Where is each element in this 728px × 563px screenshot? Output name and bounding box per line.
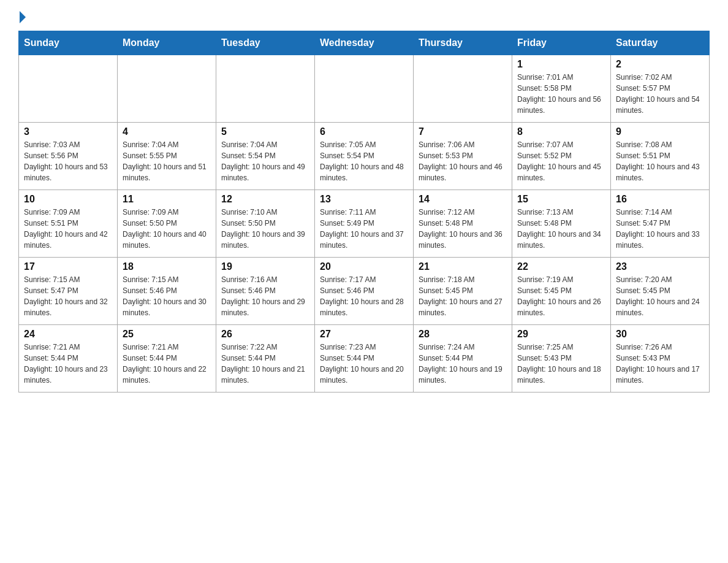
day-info: Sunrise: 7:21 AM Sunset: 5:44 PM Dayligh… xyxy=(123,342,211,386)
day-info: Sunrise: 7:20 AM Sunset: 5:45 PM Dayligh… xyxy=(616,274,704,318)
calendar-cell: 17Sunrise: 7:15 AM Sunset: 5:47 PM Dayli… xyxy=(19,258,118,325)
day-info: Sunrise: 7:01 AM Sunset: 5:58 PM Dayligh… xyxy=(517,72,605,116)
calendar-cell: 3Sunrise: 7:03 AM Sunset: 5:56 PM Daylig… xyxy=(19,123,118,190)
calendar-cell: 1Sunrise: 7:01 AM Sunset: 5:58 PM Daylig… xyxy=(512,55,611,123)
day-info: Sunrise: 7:25 AM Sunset: 5:43 PM Dayligh… xyxy=(517,342,605,386)
calendar-cell xyxy=(118,55,216,123)
day-info: Sunrise: 7:19 AM Sunset: 5:45 PM Dayligh… xyxy=(517,274,605,318)
calendar-table: SundayMondayTuesdayWednesdayThursdayFrid… xyxy=(18,31,710,393)
page-header xyxy=(18,12,710,21)
day-number: 24 xyxy=(24,329,112,340)
day-info: Sunrise: 7:05 AM Sunset: 5:54 PM Dayligh… xyxy=(320,139,408,183)
day-number: 26 xyxy=(221,329,309,340)
day-info: Sunrise: 7:21 AM Sunset: 5:44 PM Dayligh… xyxy=(24,342,112,386)
day-number: 27 xyxy=(320,329,408,340)
calendar-cell: 11Sunrise: 7:09 AM Sunset: 5:50 PM Dayli… xyxy=(118,190,216,258)
calendar-cell: 26Sunrise: 7:22 AM Sunset: 5:44 PM Dayli… xyxy=(216,325,315,393)
day-number: 7 xyxy=(419,126,507,137)
day-number: 29 xyxy=(517,329,605,340)
day-info: Sunrise: 7:02 AM Sunset: 5:57 PM Dayligh… xyxy=(616,72,704,116)
calendar-cell: 4Sunrise: 7:04 AM Sunset: 5:55 PM Daylig… xyxy=(118,123,216,190)
day-number: 16 xyxy=(616,194,704,205)
week-row-5: 24Sunrise: 7:21 AM Sunset: 5:44 PM Dayli… xyxy=(19,325,710,393)
calendar-cell: 13Sunrise: 7:11 AM Sunset: 5:49 PM Dayli… xyxy=(315,190,414,258)
day-number: 20 xyxy=(320,261,408,272)
day-number: 4 xyxy=(123,126,211,137)
day-info: Sunrise: 7:22 AM Sunset: 5:44 PM Dayligh… xyxy=(221,342,309,386)
calendar-cell: 12Sunrise: 7:10 AM Sunset: 5:50 PM Dayli… xyxy=(216,190,315,258)
calendar-cell: 6Sunrise: 7:05 AM Sunset: 5:54 PM Daylig… xyxy=(315,123,414,190)
calendar-cell: 24Sunrise: 7:21 AM Sunset: 5:44 PM Dayli… xyxy=(19,325,118,393)
weekday-header-thursday: Thursday xyxy=(414,31,512,55)
day-info: Sunrise: 7:09 AM Sunset: 5:50 PM Dayligh… xyxy=(123,207,211,251)
day-number: 2 xyxy=(616,59,704,70)
day-info: Sunrise: 7:24 AM Sunset: 5:44 PM Dayligh… xyxy=(419,342,507,386)
calendar-cell: 2Sunrise: 7:02 AM Sunset: 5:57 PM Daylig… xyxy=(611,55,710,123)
day-info: Sunrise: 7:03 AM Sunset: 5:56 PM Dayligh… xyxy=(24,139,112,183)
day-number: 3 xyxy=(24,126,112,137)
weekday-header-saturday: Saturday xyxy=(611,31,710,55)
calendar-cell: 27Sunrise: 7:23 AM Sunset: 5:44 PM Dayli… xyxy=(315,325,414,393)
calendar-cell: 5Sunrise: 7:04 AM Sunset: 5:54 PM Daylig… xyxy=(216,123,315,190)
day-info: Sunrise: 7:15 AM Sunset: 5:47 PM Dayligh… xyxy=(24,274,112,318)
day-info: Sunrise: 7:08 AM Sunset: 5:51 PM Dayligh… xyxy=(616,139,704,183)
day-info: Sunrise: 7:04 AM Sunset: 5:55 PM Dayligh… xyxy=(123,139,211,183)
calendar-cell: 10Sunrise: 7:09 AM Sunset: 5:51 PM Dayli… xyxy=(19,190,118,258)
day-number: 21 xyxy=(419,261,507,272)
day-number: 28 xyxy=(419,329,507,340)
calendar-cell: 16Sunrise: 7:14 AM Sunset: 5:47 PM Dayli… xyxy=(611,190,710,258)
calendar-cell: 14Sunrise: 7:12 AM Sunset: 5:48 PM Dayli… xyxy=(414,190,512,258)
day-number: 9 xyxy=(616,126,704,137)
weekday-header-friday: Friday xyxy=(512,31,611,55)
calendar-cell xyxy=(216,55,315,123)
week-row-4: 17Sunrise: 7:15 AM Sunset: 5:47 PM Dayli… xyxy=(19,258,710,325)
week-row-2: 3Sunrise: 7:03 AM Sunset: 5:56 PM Daylig… xyxy=(19,123,710,190)
calendar-cell: 30Sunrise: 7:26 AM Sunset: 5:43 PM Dayli… xyxy=(611,325,710,393)
day-info: Sunrise: 7:18 AM Sunset: 5:45 PM Dayligh… xyxy=(419,274,507,318)
day-number: 5 xyxy=(221,126,309,137)
day-number: 14 xyxy=(419,194,507,205)
calendar-cell xyxy=(414,55,512,123)
logo xyxy=(18,12,26,21)
day-info: Sunrise: 7:17 AM Sunset: 5:46 PM Dayligh… xyxy=(320,274,408,318)
calendar-cell xyxy=(315,55,414,123)
day-info: Sunrise: 7:06 AM Sunset: 5:53 PM Dayligh… xyxy=(419,139,507,183)
day-number: 11 xyxy=(123,194,211,205)
day-info: Sunrise: 7:10 AM Sunset: 5:50 PM Dayligh… xyxy=(221,207,309,251)
week-row-3: 10Sunrise: 7:09 AM Sunset: 5:51 PM Dayli… xyxy=(19,190,710,258)
day-number: 13 xyxy=(320,194,408,205)
day-number: 25 xyxy=(123,329,211,340)
day-number: 12 xyxy=(221,194,309,205)
weekday-header-sunday: Sunday xyxy=(19,31,118,55)
day-number: 18 xyxy=(123,261,211,272)
day-info: Sunrise: 7:23 AM Sunset: 5:44 PM Dayligh… xyxy=(320,342,408,386)
day-number: 17 xyxy=(24,261,112,272)
calendar-cell: 8Sunrise: 7:07 AM Sunset: 5:52 PM Daylig… xyxy=(512,123,611,190)
calendar-cell: 18Sunrise: 7:15 AM Sunset: 5:46 PM Dayli… xyxy=(118,258,216,325)
calendar-cell: 25Sunrise: 7:21 AM Sunset: 5:44 PM Dayli… xyxy=(118,325,216,393)
calendar-cell: 21Sunrise: 7:18 AM Sunset: 5:45 PM Dayli… xyxy=(414,258,512,325)
day-number: 10 xyxy=(24,194,112,205)
day-info: Sunrise: 7:14 AM Sunset: 5:47 PM Dayligh… xyxy=(616,207,704,251)
calendar-cell: 19Sunrise: 7:16 AM Sunset: 5:46 PM Dayli… xyxy=(216,258,315,325)
day-number: 1 xyxy=(517,59,605,70)
week-row-1: 1Sunrise: 7:01 AM Sunset: 5:58 PM Daylig… xyxy=(19,55,710,123)
weekday-header-row: SundayMondayTuesdayWednesdayThursdayFrid… xyxy=(19,31,710,55)
day-info: Sunrise: 7:15 AM Sunset: 5:46 PM Dayligh… xyxy=(123,274,211,318)
calendar-cell xyxy=(19,55,118,123)
calendar-cell: 20Sunrise: 7:17 AM Sunset: 5:46 PM Dayli… xyxy=(315,258,414,325)
weekday-header-monday: Monday xyxy=(118,31,216,55)
calendar-cell: 29Sunrise: 7:25 AM Sunset: 5:43 PM Dayli… xyxy=(512,325,611,393)
calendar-cell: 22Sunrise: 7:19 AM Sunset: 5:45 PM Dayli… xyxy=(512,258,611,325)
day-number: 19 xyxy=(221,261,309,272)
day-info: Sunrise: 7:12 AM Sunset: 5:48 PM Dayligh… xyxy=(419,207,507,251)
day-info: Sunrise: 7:13 AM Sunset: 5:48 PM Dayligh… xyxy=(517,207,605,251)
calendar-cell: 23Sunrise: 7:20 AM Sunset: 5:45 PM Dayli… xyxy=(611,258,710,325)
weekday-header-tuesday: Tuesday xyxy=(216,31,315,55)
calendar-cell: 15Sunrise: 7:13 AM Sunset: 5:48 PM Dayli… xyxy=(512,190,611,258)
calendar-cell: 28Sunrise: 7:24 AM Sunset: 5:44 PM Dayli… xyxy=(414,325,512,393)
day-number: 15 xyxy=(517,194,605,205)
logo-arrow-icon xyxy=(20,11,26,23)
day-info: Sunrise: 7:07 AM Sunset: 5:52 PM Dayligh… xyxy=(517,139,605,183)
day-number: 6 xyxy=(320,126,408,137)
